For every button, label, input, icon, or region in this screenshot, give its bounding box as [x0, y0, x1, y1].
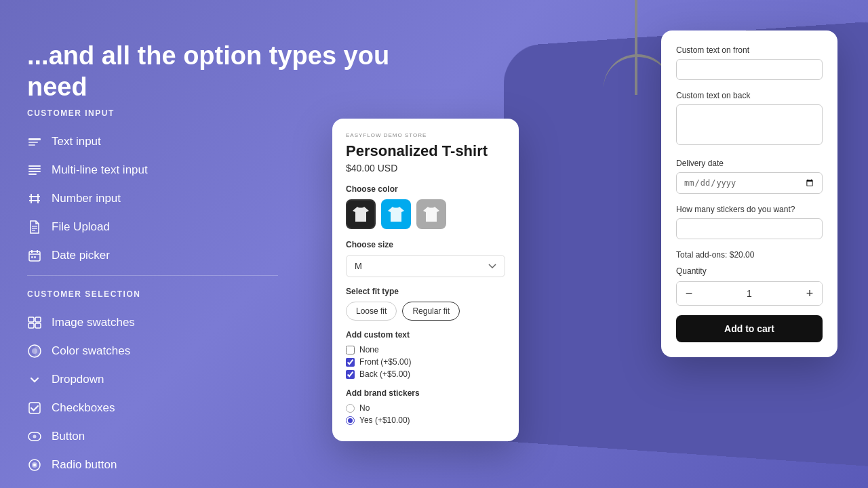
- regular-fit-button[interactable]: Regular fit: [402, 302, 460, 321]
- svg-rect-3: [28, 165, 41, 167]
- custom-text-back-checkbox[interactable]: [346, 370, 355, 379]
- sidebar-item-text-input[interactable]: Text input: [27, 127, 278, 156]
- custom-text-back-field-label: Custom text on back: [676, 91, 823, 100]
- button-label: Button: [52, 430, 85, 443]
- stickers-label: Add brand stickers: [346, 388, 505, 398]
- svg-rect-4: [28, 168, 41, 169]
- stickers-count-label: How many stickers do you want?: [676, 205, 823, 214]
- sticker-yes-item: Yes (+$10.00): [346, 415, 505, 425]
- sidebar-item-date-picker[interactable]: Date picker: [27, 241, 278, 270]
- quantity-plus-button[interactable]: +: [797, 282, 822, 305]
- size-select[interactable]: M XS S L XL: [346, 255, 505, 277]
- quantity-minus-button[interactable]: −: [677, 282, 701, 305]
- sticker-no-item: No: [346, 403, 505, 413]
- radio-dot: [348, 418, 353, 423]
- number-input-label: Number input: [52, 192, 121, 205]
- number-icon: [27, 191, 42, 206]
- color-swatch-black[interactable]: [346, 199, 376, 229]
- dropdown-label: Dropdown: [52, 373, 104, 386]
- fit-buttons-container: Loose fit Regular fit: [346, 302, 505, 321]
- multiline-icon: [27, 163, 42, 178]
- custom-text-back-textarea[interactable]: [676, 104, 823, 145]
- sidebar-item-file-upload[interactable]: File Upload: [27, 213, 278, 241]
- sticker-no-radio[interactable]: [346, 404, 355, 413]
- svg-rect-6: [28, 174, 37, 175]
- quantity-control: − 1 +: [676, 281, 823, 306]
- loose-fit-button[interactable]: Loose fit: [346, 302, 397, 321]
- sidebar: CUSTOMER INPUT Text input Multi-line tex…: [27, 95, 278, 479]
- sidebar-item-checkboxes[interactable]: Checkboxes: [27, 394, 278, 422]
- sidebar-item-button[interactable]: Button: [27, 422, 278, 451]
- custom-text-back-label: Back (+$5.00): [359, 369, 410, 379]
- checkboxes-label: Checkboxes: [52, 401, 115, 415]
- custom-text-front-field: Custom text on front: [676, 45, 823, 80]
- quantity-value: 1: [701, 288, 797, 299]
- text-input-label: Text input: [52, 135, 101, 148]
- choose-color-label: Choose color: [346, 184, 505, 194]
- image-swatches-icon: [27, 315, 42, 330]
- custom-text-front-checkbox[interactable]: [346, 358, 355, 367]
- delivery-date-label: Delivery date: [676, 159, 823, 168]
- custom-text-back-item: Back (+$5.00): [346, 369, 505, 379]
- fit-type-label: Select fit type: [346, 287, 505, 296]
- sidebar-item-number-input[interactable]: Number input: [27, 184, 278, 213]
- total-addons: Total add-ons: $20.00: [676, 250, 823, 260]
- color-swatches-label: Color swatches: [52, 344, 130, 358]
- sidebar-item-image-swatches[interactable]: Image swatches: [27, 308, 278, 337]
- button-icon: [27, 429, 42, 444]
- custom-text-front-label: Front (+$5.00): [359, 357, 411, 367]
- date-picker-label: Date picker: [52, 249, 110, 262]
- date-icon: [27, 248, 42, 263]
- svg-rect-22: [28, 323, 34, 328]
- custom-text-front-field-label: Custom text on front: [676, 45, 823, 55]
- file-icon: [27, 220, 42, 235]
- sticker-yes-radio[interactable]: [346, 416, 355, 425]
- svg-point-28: [33, 435, 37, 439]
- choose-size-label: Choose size: [346, 240, 505, 249]
- quantity-label: Quantity: [676, 266, 823, 276]
- add-to-cart-button[interactable]: Add to cart: [676, 315, 823, 342]
- text-input-icon: [27, 134, 42, 149]
- sticker-yes-label: Yes (+$10.00): [359, 415, 410, 425]
- color-swatch-gray[interactable]: [416, 199, 446, 229]
- svg-rect-18: [31, 256, 33, 258]
- stickers-section: Add brand stickers No Yes (+$10.00): [346, 388, 505, 425]
- sticker-no-label: No: [359, 403, 370, 413]
- product-card: EASYFLOW DEMO STORE Personalized T-shirt…: [332, 119, 519, 441]
- svg-rect-21: [35, 317, 41, 322]
- custom-text-back-field: Custom text on back: [676, 91, 823, 148]
- store-label: EASYFLOW DEMO STORE: [346, 132, 505, 138]
- customer-input-section-label: CUSTOMER INPUT: [27, 108, 278, 118]
- checkbox-icon: [27, 401, 42, 415]
- file-upload-label: File Upload: [52, 220, 110, 234]
- sidebar-item-radio-button[interactable]: Radio button: [27, 451, 278, 479]
- delivery-date-field: Delivery date: [676, 159, 823, 194]
- svg-rect-5: [28, 171, 41, 172]
- svg-rect-1: [28, 142, 38, 143]
- dropdown-icon: [27, 372, 42, 387]
- custom-text-front-input[interactable]: [676, 59, 823, 80]
- product-title: Personalized T-shirt: [346, 142, 505, 160]
- custom-text-none-checkbox[interactable]: [346, 346, 355, 354]
- sidebar-item-multiline-text[interactable]: Multi-line text input: [27, 156, 278, 184]
- svg-rect-2: [28, 144, 35, 146]
- custom-options-card: Custom text on front Custom text on back…: [661, 30, 837, 357]
- custom-text-front-item: Front (+$5.00): [346, 357, 505, 367]
- product-price: $40.00 USD: [346, 163, 505, 174]
- color-swatches-icon: [27, 344, 42, 359]
- sidebar-item-color-swatches[interactable]: Color swatches: [27, 337, 278, 365]
- custom-text-none-label: None: [359, 345, 379, 354]
- image-swatches-label: Image swatches: [52, 316, 135, 329]
- svg-rect-19: [34, 256, 36, 258]
- custom-text-section: Add custom text None Front (+$5.00) Back…: [346, 330, 505, 379]
- multiline-text-label: Multi-line text input: [52, 163, 148, 177]
- stickers-count-input[interactable]: [676, 218, 823, 239]
- delivery-date-input[interactable]: [676, 172, 823, 194]
- custom-text-label: Add custom text: [346, 330, 505, 340]
- svg-point-31: [33, 464, 36, 466]
- custom-text-none-item: None: [346, 345, 505, 354]
- svg-rect-0: [28, 138, 41, 140]
- color-swatch-blue[interactable]: [381, 199, 411, 229]
- sidebar-item-dropdown[interactable]: Dropdown: [27, 365, 278, 394]
- color-swatches-container: [346, 199, 505, 229]
